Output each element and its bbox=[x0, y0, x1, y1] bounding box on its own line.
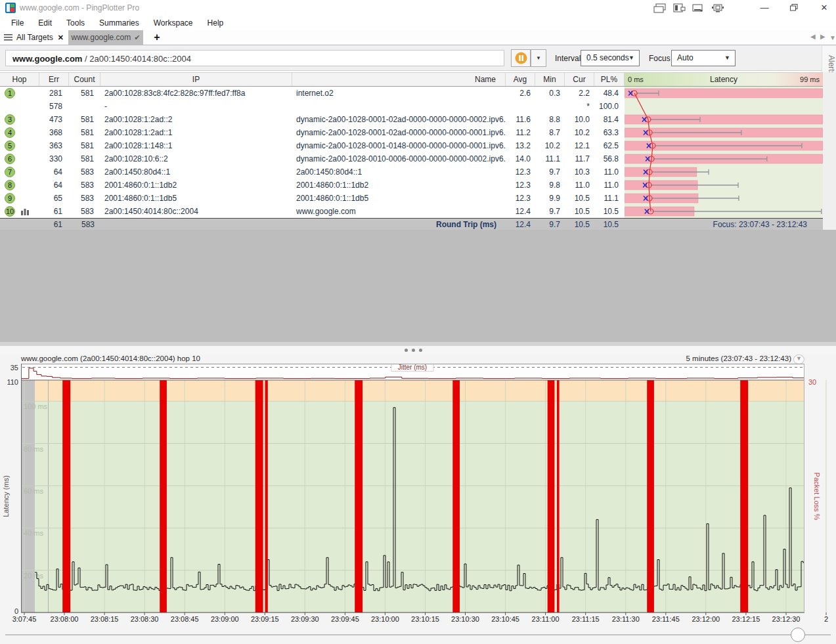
min-cell: 8.7 bbox=[535, 128, 565, 137]
min-cell: 9.7 bbox=[535, 167, 565, 177]
menu-item-help[interactable]: Help bbox=[200, 16, 231, 30]
table-right-gutter bbox=[823, 72, 836, 230]
interval-select[interactable]: 0.5 seconds ▼ bbox=[581, 50, 640, 66]
hop-number-badge: 5 bbox=[5, 140, 15, 151]
name-cell: internet.o2 bbox=[292, 89, 506, 98]
header-latency[interactable]: 0 ms Latency 99 ms bbox=[625, 73, 823, 86]
menu-item-file[interactable]: File bbox=[4, 16, 31, 30]
timeline-panel: www.google.com (2a00:1450:4014:80c::2004… bbox=[0, 354, 836, 644]
tab-all-targets[interactable]: All Targets ✕ bbox=[4, 30, 64, 45]
menu-item-edit[interactable]: Edit bbox=[31, 16, 59, 30]
summary-avg: 12.4 bbox=[506, 220, 535, 229]
pl-cell: 11.1 bbox=[594, 194, 625, 203]
svg-text:40 ms: 40 ms bbox=[24, 529, 43, 537]
pause-options-dropdown[interactable]: ▼ bbox=[531, 49, 546, 67]
hop-number-badge: 6 bbox=[5, 154, 15, 164]
timeline-scrollbar-thumb[interactable] bbox=[791, 628, 805, 642]
new-target-button[interactable]: + bbox=[151, 30, 163, 45]
empty-workspace-area bbox=[0, 230, 836, 342]
svg-text:23:12:30: 23:12:30 bbox=[772, 615, 801, 623]
pause-button[interactable] bbox=[511, 49, 531, 67]
min-cell: 8.8 bbox=[535, 115, 565, 124]
count-cell: 581 bbox=[69, 89, 100, 98]
latency-scale-min: 0 ms bbox=[628, 75, 644, 83]
hop-cell: 9 bbox=[0, 193, 39, 204]
svg-text:23:11:15: 23:11:15 bbox=[572, 615, 600, 623]
interval-label: Interval bbox=[555, 54, 581, 63]
header-name[interactable]: Name bbox=[292, 73, 506, 86]
header-cur[interactable]: Cur bbox=[565, 73, 594, 86]
title-bar: www.google.com - PingPlotter Pro — ✕ bbox=[0, 0, 836, 16]
summary-err: 61 bbox=[39, 220, 69, 229]
tab-list-dropdown-icon[interactable]: ▼ bbox=[829, 34, 836, 41]
min-cell: 0.3 bbox=[535, 89, 565, 98]
target-host: www.google.com bbox=[12, 54, 82, 64]
pl-cell: 48.4 bbox=[594, 89, 625, 98]
min-cell: 11.1 bbox=[535, 154, 565, 163]
avg-cell: 12.3 bbox=[506, 181, 535, 190]
name-cell: 2001:4860:0:1::1db2 bbox=[292, 181, 506, 190]
menu-item-summaries[interactable]: Summaries bbox=[92, 16, 146, 30]
layout-cascade-icon[interactable] bbox=[653, 3, 668, 13]
svg-text:35: 35 bbox=[11, 364, 18, 372]
min-cell: 10.2 bbox=[535, 141, 565, 150]
header-avg[interactable]: Avg bbox=[506, 73, 535, 86]
err-cell: 578 bbox=[39, 102, 69, 111]
svg-text:23:10:00: 23:10:00 bbox=[371, 615, 399, 623]
count-cell: 583 bbox=[69, 207, 100, 216]
header-hop[interactable]: Hop bbox=[0, 73, 39, 86]
header-min[interactable]: Min bbox=[535, 73, 565, 86]
name-cell: dynamic-2a00-1028-0010-0006-0000-0000-00… bbox=[292, 154, 506, 163]
ip-cell: 2a00:1028:83c8:4fc2:828c:97ff:fed7:ff8a bbox=[100, 89, 292, 98]
pl-cell: 62.5 bbox=[594, 141, 625, 150]
svg-text:20 ms: 20 ms bbox=[24, 572, 43, 580]
latency-timeline-chart[interactable]: 3:07:4523:08:0023:08:1523:08:3023:08:452… bbox=[0, 364, 836, 625]
layout-bottom-panel-icon[interactable] bbox=[692, 3, 706, 13]
target-address-input[interactable]: www.google.com / 2a00:1450:4014:80c::200… bbox=[5, 50, 504, 66]
scroll-tabs-left-icon[interactable]: ◀ bbox=[810, 33, 816, 40]
count-cell: 581 bbox=[69, 115, 100, 124]
svg-text:23:11:30: 23:11:30 bbox=[612, 615, 640, 623]
cur-cell: 10.2 bbox=[565, 128, 594, 137]
header-err[interactable]: Err bbox=[39, 73, 69, 86]
hop-cell: 6 bbox=[0, 154, 39, 164]
menu-item-workspace[interactable]: Workspace bbox=[146, 16, 200, 30]
pause-icon bbox=[515, 52, 527, 64]
cur-cell: 10.5 bbox=[565, 207, 594, 216]
cur-cell: 11.7 bbox=[565, 154, 594, 163]
header-ip[interactable]: IP bbox=[100, 73, 292, 86]
min-cell: 9.9 bbox=[535, 194, 565, 203]
chevron-down-icon: ▼ bbox=[724, 51, 730, 66]
cur-cell: 10.0 bbox=[565, 115, 594, 124]
timeline-title: www.google.com (2a00:1450:4014:80c::2004… bbox=[21, 354, 200, 362]
layout-side-panel-icon[interactable] bbox=[673, 3, 688, 13]
minimize-button[interactable]: — bbox=[753, 0, 776, 16]
close-button[interactable]: ✕ bbox=[813, 0, 835, 16]
svg-text:2: 2 bbox=[824, 615, 828, 623]
timeline-scrollbar-track[interactable] bbox=[5, 634, 831, 635]
ip-cell: 2a00:1028:10:6::2 bbox=[100, 154, 292, 163]
avg-cell: 11.2 bbox=[506, 128, 535, 137]
header-pl[interactable]: PL% bbox=[594, 73, 625, 86]
interval-value: 0.5 seconds bbox=[586, 53, 629, 62]
svg-text:23:08:15: 23:08:15 bbox=[91, 615, 119, 623]
svg-text:Latency (ms): Latency (ms) bbox=[2, 475, 10, 517]
tab-label: www.google.com bbox=[72, 33, 131, 42]
scroll-tabs-right-icon[interactable]: ▶ bbox=[820, 33, 825, 40]
svg-text:23:08:45: 23:08:45 bbox=[171, 615, 199, 623]
focus-select[interactable]: Auto ▼ bbox=[671, 50, 736, 66]
header-count[interactable]: Count bbox=[69, 73, 100, 86]
hop-cell: 8 bbox=[0, 180, 39, 190]
restore-button[interactable] bbox=[783, 0, 805, 16]
svg-text:3:07:45: 3:07:45 bbox=[12, 615, 37, 623]
presentation-mode-icon[interactable] bbox=[711, 3, 726, 13]
menu-item-tools[interactable]: Tools bbox=[59, 16, 92, 30]
latency-title: Latency bbox=[710, 75, 737, 84]
tab-www-google-com[interactable]: www.google.com ✔ bbox=[68, 30, 143, 45]
range-dropdown-icon[interactable]: ▼ bbox=[793, 354, 804, 364]
menu-bar: FileEditToolsSummariesWorkspaceHelp bbox=[0, 16, 836, 30]
splitter-handle[interactable] bbox=[0, 346, 836, 354]
svg-text:23:10:15: 23:10:15 bbox=[411, 615, 439, 623]
close-tab-icon[interactable]: ✕ bbox=[58, 33, 64, 42]
svg-text:23:12:00: 23:12:00 bbox=[692, 615, 720, 623]
